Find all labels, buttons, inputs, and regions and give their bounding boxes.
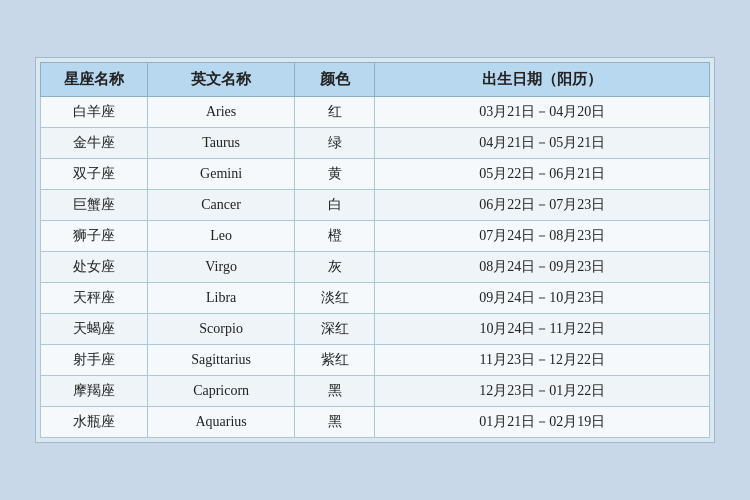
header-birthdate: 出生日期（阳历） xyxy=(375,63,710,97)
cell-row4-col1: Leo xyxy=(148,221,295,252)
cell-row3-col0: 巨蟹座 xyxy=(41,190,148,221)
cell-row7-col2: 深红 xyxy=(295,314,375,345)
table-row: 射手座Sagittarius紫红11月23日－12月22日 xyxy=(41,345,710,376)
cell-row10-col0: 水瓶座 xyxy=(41,407,148,438)
cell-row8-col2: 紫红 xyxy=(295,345,375,376)
table-row: 狮子座Leo橙07月24日－08月23日 xyxy=(41,221,710,252)
cell-row1-col1: Taurus xyxy=(148,128,295,159)
cell-row6-col2: 淡红 xyxy=(295,283,375,314)
table-row: 金牛座Taurus绿04月21日－05月21日 xyxy=(41,128,710,159)
cell-row0-col3: 03月21日－04月20日 xyxy=(375,97,710,128)
cell-row4-col3: 07月24日－08月23日 xyxy=(375,221,710,252)
table-row: 白羊座Aries红03月21日－04月20日 xyxy=(41,97,710,128)
cell-row1-col3: 04月21日－05月21日 xyxy=(375,128,710,159)
cell-row2-col0: 双子座 xyxy=(41,159,148,190)
cell-row5-col3: 08月24日－09月23日 xyxy=(375,252,710,283)
table-row: 天蝎座Scorpio深红10月24日－11月22日 xyxy=(41,314,710,345)
cell-row0-col0: 白羊座 xyxy=(41,97,148,128)
cell-row1-col0: 金牛座 xyxy=(41,128,148,159)
table-header-row: 星座名称 英文名称 颜色 出生日期（阳历） xyxy=(41,63,710,97)
cell-row8-col0: 射手座 xyxy=(41,345,148,376)
cell-row4-col0: 狮子座 xyxy=(41,221,148,252)
cell-row6-col1: Libra xyxy=(148,283,295,314)
zodiac-table-container: 星座名称 英文名称 颜色 出生日期（阳历） 白羊座Aries红03月21日－04… xyxy=(35,57,715,443)
cell-row2-col1: Gemini xyxy=(148,159,295,190)
cell-row3-col1: Cancer xyxy=(148,190,295,221)
header-color: 颜色 xyxy=(295,63,375,97)
table-row: 摩羯座Capricorn黑12月23日－01月22日 xyxy=(41,376,710,407)
cell-row6-col3: 09月24日－10月23日 xyxy=(375,283,710,314)
cell-row5-col1: Virgo xyxy=(148,252,295,283)
cell-row10-col3: 01月21日－02月19日 xyxy=(375,407,710,438)
cell-row7-col3: 10月24日－11月22日 xyxy=(375,314,710,345)
zodiac-table: 星座名称 英文名称 颜色 出生日期（阳历） 白羊座Aries红03月21日－04… xyxy=(40,62,710,438)
header-english-name: 英文名称 xyxy=(148,63,295,97)
cell-row10-col2: 黑 xyxy=(295,407,375,438)
cell-row3-col3: 06月22日－07月23日 xyxy=(375,190,710,221)
cell-row6-col0: 天秤座 xyxy=(41,283,148,314)
cell-row9-col2: 黑 xyxy=(295,376,375,407)
cell-row2-col2: 黄 xyxy=(295,159,375,190)
table-row: 天秤座Libra淡红09月24日－10月23日 xyxy=(41,283,710,314)
cell-row5-col2: 灰 xyxy=(295,252,375,283)
table-row: 双子座Gemini黄05月22日－06月21日 xyxy=(41,159,710,190)
table-row: 巨蟹座Cancer白06月22日－07月23日 xyxy=(41,190,710,221)
cell-row9-col1: Capricorn xyxy=(148,376,295,407)
table-row: 处女座Virgo灰08月24日－09月23日 xyxy=(41,252,710,283)
cell-row9-col3: 12月23日－01月22日 xyxy=(375,376,710,407)
cell-row2-col3: 05月22日－06月21日 xyxy=(375,159,710,190)
cell-row3-col2: 白 xyxy=(295,190,375,221)
cell-row5-col0: 处女座 xyxy=(41,252,148,283)
cell-row7-col1: Scorpio xyxy=(148,314,295,345)
cell-row0-col1: Aries xyxy=(148,97,295,128)
cell-row1-col2: 绿 xyxy=(295,128,375,159)
cell-row8-col1: Sagittarius xyxy=(148,345,295,376)
cell-row7-col0: 天蝎座 xyxy=(41,314,148,345)
cell-row0-col2: 红 xyxy=(295,97,375,128)
table-row: 水瓶座Aquarius黑01月21日－02月19日 xyxy=(41,407,710,438)
cell-row9-col0: 摩羯座 xyxy=(41,376,148,407)
cell-row8-col3: 11月23日－12月22日 xyxy=(375,345,710,376)
cell-row10-col1: Aquarius xyxy=(148,407,295,438)
header-chinese-name: 星座名称 xyxy=(41,63,148,97)
cell-row4-col2: 橙 xyxy=(295,221,375,252)
